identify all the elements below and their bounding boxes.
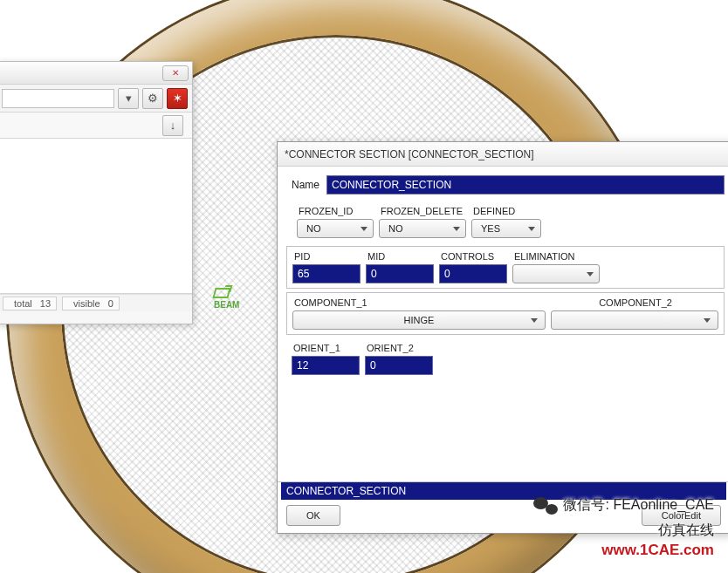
orient1-label: ORIENT_1 bbox=[292, 343, 360, 353]
watermark-cn: 仿真在线 bbox=[533, 521, 714, 540]
component2-label: COMPONENT_2 bbox=[551, 297, 718, 308]
component1-select[interactable]: HINGE bbox=[292, 310, 546, 330]
controls-input[interactable] bbox=[439, 264, 507, 283]
filter-input[interactable] bbox=[2, 89, 114, 108]
elimination-label: ELIMINATION bbox=[512, 251, 600, 262]
component2-select[interactable] bbox=[551, 310, 718, 330]
status-visible-value: 0 bbox=[108, 298, 113, 309]
defined-label: DEFINED bbox=[471, 206, 541, 216]
watermark-wx: 微信号: FEAonline_CAE bbox=[563, 495, 714, 515]
status-visible-label: visible bbox=[73, 298, 100, 309]
dropdown-button[interactable]: ▾ bbox=[118, 88, 139, 109]
chevron-down-icon bbox=[587, 272, 594, 276]
connector-section-dialog: *CONNECTOR SECTION [CONNECTOR_SECTION] N… bbox=[277, 141, 728, 534]
frozen-delete-value: NO bbox=[388, 223, 403, 234]
component1-value: HINGE bbox=[404, 315, 435, 325]
frozen-delete-select[interactable]: NO bbox=[379, 219, 466, 238]
orient2-input[interactable] bbox=[365, 356, 433, 375]
chevron-down-icon bbox=[531, 318, 538, 323]
chevron-down-icon bbox=[704, 318, 711, 323]
pid-input[interactable] bbox=[292, 264, 361, 283]
status-visible: visible 0 bbox=[62, 297, 120, 310]
controls-label: CONTROLS bbox=[439, 251, 507, 262]
defined-select[interactable]: YES bbox=[471, 219, 541, 238]
defined-value: YES bbox=[481, 223, 500, 234]
gear-icon[interactable]: ⚙ bbox=[142, 88, 163, 109]
orient1-input[interactable] bbox=[292, 356, 360, 375]
chevron-down-icon bbox=[528, 227, 535, 231]
dialog-body: Name FROZEN_ID NO FROZEN_DELETE NO DEFIN… bbox=[278, 167, 728, 481]
frozen-delete-label: FROZEN_DELETE bbox=[379, 206, 466, 216]
mid-input[interactable] bbox=[366, 264, 434, 283]
ok-button[interactable]: OK bbox=[286, 505, 340, 526]
status-total-value: 13 bbox=[40, 298, 51, 309]
beam-icon bbox=[212, 288, 230, 298]
highlight-icon[interactable]: ✶ bbox=[167, 88, 188, 109]
elimination-select[interactable] bbox=[512, 264, 600, 283]
side-panel-toolbar: ▾ ⚙ ✶ bbox=[0, 85, 192, 113]
pid-label: PID bbox=[292, 251, 361, 262]
name-row: Name bbox=[283, 175, 725, 194]
dialog-title: *CONNECTOR SECTION [CONNECTOR_SECTION] bbox=[278, 142, 728, 167]
side-panel-titlebar: ✕ bbox=[0, 62, 192, 85]
mid-label: MID bbox=[366, 251, 434, 262]
chevron-down-icon bbox=[453, 227, 460, 231]
side-panel-status: total 13 visible 0 bbox=[0, 294, 192, 311]
frozen-id-value: NO bbox=[306, 223, 321, 234]
frozen-id-select[interactable]: NO bbox=[297, 219, 374, 238]
chevron-down-icon bbox=[361, 227, 367, 231]
name-label: Name bbox=[283, 179, 319, 191]
name-input[interactable] bbox=[326, 175, 725, 194]
frozen-id-label: FROZEN_ID bbox=[297, 206, 374, 216]
side-panel-body bbox=[0, 139, 192, 294]
side-panel-subbar: ↓ bbox=[0, 113, 192, 139]
component1-label: COMPONENT_1 bbox=[292, 297, 546, 308]
status-total: total 13 bbox=[3, 297, 57, 310]
watermark: 微信号: FEAonline_CAE 仿真在线 www.1CAE.com bbox=[533, 495, 714, 561]
beam-label: BEAM bbox=[214, 300, 239, 310]
watermark-url: www.1CAE.com bbox=[533, 540, 714, 561]
orient2-label: ORIENT_2 bbox=[365, 343, 433, 353]
side-panel: ✕ ▾ ⚙ ✶ ↓ total 13 visible 0 bbox=[0, 61, 193, 324]
beam-label-glyph: BEAM bbox=[214, 288, 249, 310]
down-arrow-button[interactable]: ↓ bbox=[162, 115, 183, 136]
close-icon[interactable]: ✕ bbox=[162, 65, 189, 81]
status-total-label: total bbox=[14, 298, 32, 309]
wechat-icon bbox=[533, 495, 558, 515]
